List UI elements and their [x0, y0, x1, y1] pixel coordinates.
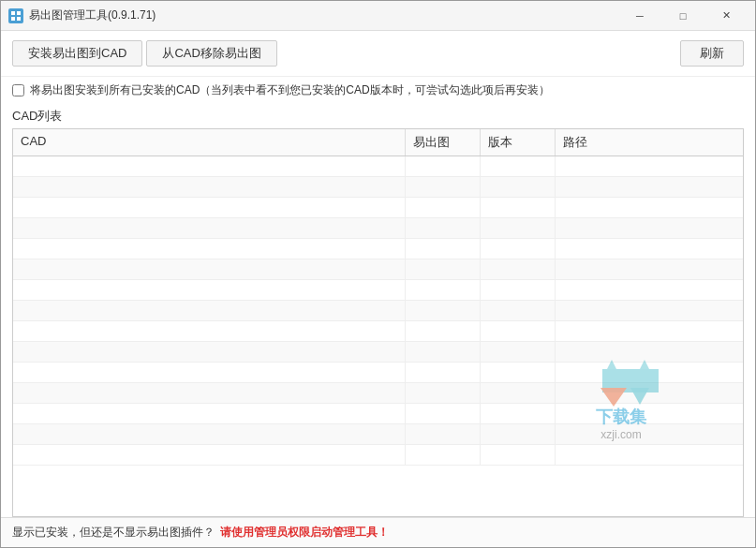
table-body	[13, 156, 743, 515]
table-row	[13, 424, 743, 445]
col-cad: CAD	[13, 129, 406, 156]
maximize-button[interactable]: □	[661, 1, 704, 31]
toolbar: 安装易出图到CAD 从CAD移除易出图 刷新	[1, 31, 755, 77]
table-row	[13, 383, 743, 404]
svg-rect-3	[17, 17, 21, 21]
window-controls: ─ □ ✕	[618, 1, 748, 31]
col-version: 版本	[481, 129, 556, 156]
col-yitu: 易出图	[406, 129, 481, 156]
table-row	[13, 239, 743, 259]
cell-version	[481, 156, 556, 176]
cell-yitu	[406, 156, 481, 176]
table-row	[13, 259, 743, 280]
title-bar: 易出图管理工具(0.9.1.71) ─ □ ✕	[1, 1, 755, 31]
install-button[interactable]: 安装易出图到CAD	[12, 40, 142, 67]
toolbar-left: 安装易出图到CAD 从CAD移除易出图	[12, 40, 277, 67]
status-link[interactable]: 请使用管理员权限启动管理工具！	[220, 525, 389, 541]
table-row	[13, 301, 743, 321]
section-header: CAD列表	[1, 104, 755, 128]
table-row	[13, 177, 743, 198]
cad-list-title: CAD列表	[12, 109, 62, 123]
table-row	[13, 280, 743, 301]
install-all-checkbox[interactable]	[12, 84, 24, 96]
option-label: 将易出图安装到所有已安装的CAD（当列表中看不到您已安装的CAD版本时，可尝试勾…	[30, 82, 550, 98]
option-bar: 将易出图安装到所有已安装的CAD（当列表中看不到您已安装的CAD版本时，可尝试勾…	[1, 77, 755, 104]
close-button[interactable]: ✕	[704, 1, 748, 31]
table-row	[13, 342, 743, 363]
table-header: CAD 易出图 版本 路径	[13, 129, 743, 156]
col-path: 路径	[556, 129, 743, 156]
table-row	[13, 321, 743, 342]
table-row	[13, 198, 743, 218]
title-bar-left: 易出图管理工具(0.9.1.71)	[8, 7, 156, 23]
svg-rect-1	[17, 11, 21, 15]
app-icon	[8, 8, 23, 23]
svg-rect-0	[11, 11, 15, 15]
svg-rect-2	[11, 17, 15, 21]
main-window: 易出图管理工具(0.9.1.71) ─ □ ✕ 安装易出图到CAD 从CAD移除…	[0, 0, 756, 548]
cell-cad	[13, 156, 406, 176]
cad-table: CAD 易出图 版本 路径	[12, 128, 744, 517]
refresh-button[interactable]: 刷新	[680, 40, 744, 67]
table-row	[13, 363, 743, 383]
table-row	[13, 445, 743, 466]
table-row	[13, 404, 743, 424]
status-bar: 显示已安装，但还是不显示易出图插件？ 请使用管理员权限启动管理工具！	[1, 517, 755, 547]
minimize-button[interactable]: ─	[618, 1, 661, 31]
remove-button[interactable]: 从CAD移除易出图	[146, 40, 276, 67]
table-row	[13, 218, 743, 239]
window-title: 易出图管理工具(0.9.1.71)	[29, 7, 156, 23]
cell-path	[556, 156, 743, 176]
table-row	[13, 156, 743, 177]
status-text: 显示已安装，但还是不显示易出图插件？	[12, 525, 215, 541]
